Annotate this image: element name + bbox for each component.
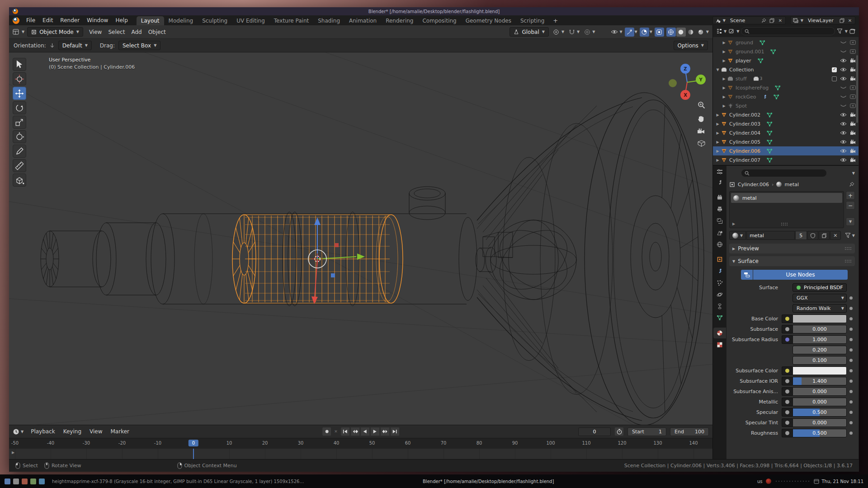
animate-property-dot[interactable]: [847, 328, 855, 331]
hide-eye-icon[interactable]: [840, 131, 847, 135]
disable-render-icon[interactable]: [850, 158, 856, 162]
animate-property-dot[interactable]: [847, 421, 855, 424]
disclosure-icon[interactable]: ▶: [715, 149, 721, 153]
material-browse-dropdown[interactable]: ▼: [729, 231, 746, 240]
viewport-menu-add[interactable]: Add: [128, 28, 145, 36]
snap-dropdown[interactable]: ▼: [567, 28, 580, 37]
disable-render-icon[interactable]: [850, 122, 856, 126]
shading-solid-button[interactable]: [676, 28, 686, 37]
menu-help[interactable]: Help: [112, 16, 131, 24]
hide-eye-icon[interactable]: [840, 113, 847, 117]
surface-node-field[interactable]: Principled BSDF: [793, 283, 847, 292]
remove-slot-button[interactable]: −: [846, 201, 855, 210]
animate-property-dot[interactable]: [847, 359, 855, 362]
workspace-tab-scripting[interactable]: Scripting: [516, 16, 549, 25]
keyboard-layout-indicator[interactable]: us: [757, 479, 763, 484]
previous-keyframe-button[interactable]: [350, 427, 360, 436]
disable-render-icon[interactable]: [850, 58, 856, 63]
play-button[interactable]: [370, 427, 380, 436]
value-slider[interactable]: 0.000: [793, 418, 847, 427]
playhead[interactable]: [193, 449, 194, 459]
orientation-setting-dropdown[interactable]: Default▼: [58, 41, 92, 50]
properties-tab-output[interactable]: [713, 204, 726, 215]
orientation-dropdown[interactable]: Global ▼: [509, 27, 548, 37]
breadcrumb-object[interactable]: Cylinder.006: [738, 182, 769, 188]
workspace-tab-shading[interactable]: Shading: [313, 16, 344, 25]
proportional-editing-dropdown[interactable]: ▼: [582, 28, 595, 37]
color-swatch[interactable]: [793, 366, 847, 375]
disable-render-icon[interactable]: [850, 131, 856, 135]
disclosure-icon[interactable]: ▶: [715, 131, 721, 135]
timeline-track[interactable]: ▶: [9, 449, 712, 459]
add-cube-tool-button[interactable]: [13, 174, 26, 187]
properties-tab-tool[interactable]: [713, 177, 726, 188]
disclosure-icon[interactable]: ▶: [721, 86, 727, 90]
disclosure-icon[interactable]: ▶: [721, 104, 727, 108]
outliner-row-spot[interactable]: ▶Spot: [713, 101, 859, 110]
fake-user-shield-icon[interactable]: [807, 231, 818, 240]
transform-tool-button[interactable]: [13, 130, 26, 143]
pin-icon[interactable]: [849, 181, 855, 188]
properties-tab-render[interactable]: [713, 192, 726, 203]
current-frame-indicator[interactable]: 0: [189, 440, 198, 446]
toggle-perspective-icon[interactable]: [698, 140, 705, 147]
unlink-material-icon[interactable]: ✕: [830, 231, 841, 240]
properties-tab-material[interactable]: [713, 328, 726, 338]
animate-property-dot[interactable]: [847, 411, 855, 414]
value-slider[interactable]: 0.200: [793, 346, 847, 354]
timeline-menu-marker[interactable]: Marker: [109, 427, 131, 436]
hide-eye-icon[interactable]: [840, 149, 847, 153]
nodetree-icon[interactable]: [741, 270, 753, 280]
timeline-ruler[interactable]: -50-40-30-20-100102030405060708090100110…: [9, 438, 712, 449]
properties-tab-particles[interactable]: [713, 277, 726, 288]
disclosure-icon[interactable]: ▶: [715, 122, 721, 126]
render-disabled-icon[interactable]: [850, 85, 856, 90]
rotate-tool-button[interactable]: [13, 101, 26, 114]
hide-eye-icon[interactable]: [840, 122, 847, 126]
dropdown-random-walk[interactable]: Random Walk▼: [793, 304, 847, 313]
disclosure-icon[interactable]: ▼: [715, 68, 721, 72]
copy-material-icon[interactable]: [819, 231, 830, 240]
menu-render[interactable]: Render: [57, 16, 83, 24]
workspace-tab-compositing[interactable]: Compositing: [418, 16, 461, 25]
options-dropdown[interactable]: Options▼: [674, 41, 708, 50]
properties-tab-object-data[interactable]: [713, 313, 726, 324]
properties-tab-constraints[interactable]: [713, 301, 726, 312]
material-filter-dropdown[interactable]: ▼: [845, 233, 855, 238]
taskbar-app-icon-2[interactable]: [13, 479, 19, 484]
taskbar-app-icon-5[interactable]: [39, 479, 45, 484]
dropdown-ggx[interactable]: GGX▼: [793, 294, 847, 302]
outliner-row-ground[interactable]: ▶ground: [713, 38, 859, 47]
eye-closed-icon[interactable]: [840, 85, 847, 90]
value-slider[interactable]: 1.000: [793, 335, 847, 344]
disable-render-icon[interactable]: [850, 140, 856, 144]
end-frame-field[interactable]: End100: [670, 427, 709, 436]
sync-icon[interactable]: ✕: [334, 429, 338, 434]
disable-render-icon[interactable]: [850, 149, 856, 153]
play-reverse-button[interactable]: [360, 427, 370, 436]
outliner-row-cylinder-007[interactable]: ▶Cylinder.007: [713, 155, 859, 164]
socket-button[interactable]: [782, 366, 793, 375]
pivot-dropdown[interactable]: ▼: [552, 28, 564, 37]
eye-closed-icon[interactable]: [840, 94, 847, 99]
shading-rendered-button[interactable]: [696, 28, 706, 37]
material-slot-list[interactable]: metal ▶: [729, 191, 844, 228]
xray-toggle[interactable]: [655, 28, 664, 37]
render-disabled-icon[interactable]: [850, 49, 856, 54]
workspace-tab-geometry-nodes[interactable]: Geometry Nodes: [461, 16, 516, 25]
exclude-checkbox[interactable]: [832, 67, 837, 72]
timeline-editor-type[interactable]: ▼: [13, 428, 24, 435]
disclosure-icon[interactable]: ▶: [721, 95, 727, 99]
properties-editor-type-icon[interactable]: [717, 169, 723, 175]
breadcrumb-data[interactable]: metal: [784, 182, 799, 188]
preview-panel-header[interactable]: ▶ Preview: [729, 244, 855, 253]
hide-eye-icon[interactable]: [840, 76, 847, 81]
taskbar-app-icon-1[interactable]: [5, 479, 10, 484]
render-disabled-icon[interactable]: [850, 94, 856, 99]
timeline-menu-keying[interactable]: Keying: [61, 427, 83, 436]
outliner-row-cylinder-002[interactable]: ▶Cylinder.002: [713, 110, 859, 119]
workspace-tab-rendering[interactable]: Rendering: [381, 16, 418, 25]
hide-eye-icon[interactable]: [840, 140, 847, 144]
taskbar-gimp-window[interactable]: heightmapprime-xcf-379-8 (Grayscale 16-b…: [52, 479, 305, 484]
value-slider[interactable]: 0.500: [793, 429, 847, 437]
